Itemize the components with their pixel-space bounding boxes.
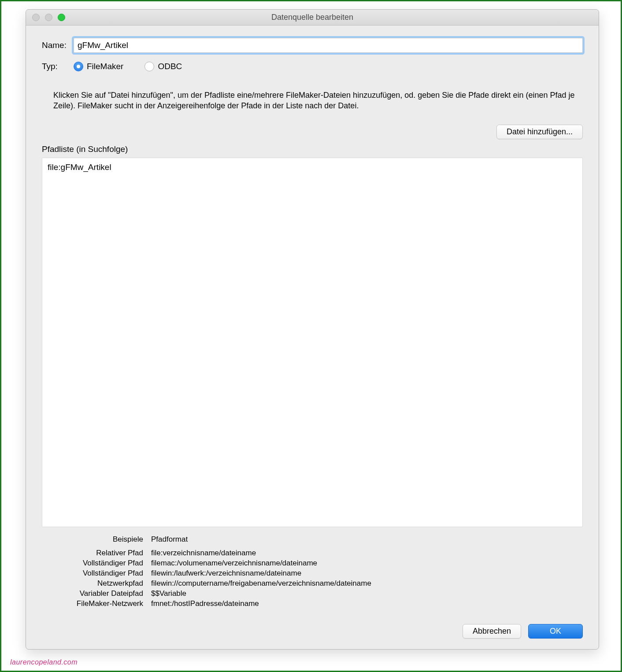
type-label: Typ: [42, 62, 74, 71]
dialog-window: Datenquelle bearbeiten Name: Typ: FileMa… [26, 9, 599, 650]
name-row: Name: [42, 38, 583, 53]
close-icon[interactable] [32, 14, 40, 21]
zoom-icon[interactable] [58, 14, 65, 21]
name-label: Name: [42, 41, 74, 50]
example-label: Vollständiger Pfad [42, 569, 143, 578]
pathlist-content: file:gFMw_Artikel [48, 162, 111, 172]
radio-filemaker[interactable]: FileMaker [74, 62, 123, 71]
example-label: FileMaker-Netzwerk [42, 599, 143, 608]
example-value: filemac:/volumename/verzeichnisname/date… [151, 559, 583, 568]
example-label: Vollständiger Pfad [42, 559, 143, 568]
examples-header-right: Pfadformat [151, 535, 583, 544]
example-label: Relativer Pfad [42, 549, 143, 558]
name-input[interactable] [74, 38, 583, 53]
example-label: Netzwerkpfad [42, 579, 143, 588]
help-text: Klicken Sie auf "Datei hinzufügen", um d… [53, 90, 583, 111]
radio-dot-icon [144, 62, 154, 71]
examples-header-left: Beispiele [42, 535, 143, 544]
example-value: fmnet:/hostIPadresse/dateiname [151, 599, 583, 608]
minimize-icon[interactable] [45, 14, 52, 21]
pathlist-label: Pfadliste (in Suchfolge) [42, 144, 583, 154]
pathlist-input[interactable]: file:gFMw_Artikel [42, 158, 583, 527]
footer-buttons: Abbrechen OK [42, 624, 583, 639]
titlebar[interactable]: Datenquelle bearbeiten [26, 10, 599, 26]
window-title: Datenquelle bearbeiten [26, 13, 599, 22]
add-file-row: Datei hinzufügen... [42, 125, 583, 139]
radio-odbc-label: ODBC [158, 62, 182, 71]
radio-filemaker-label: FileMaker [87, 62, 123, 71]
add-file-button[interactable]: Datei hinzufügen... [496, 125, 583, 139]
radio-dot-icon [74, 62, 83, 71]
examples-grid: Beispiele Pfadformat Relativer Pfad file… [42, 535, 583, 608]
example-value: filewin://computername/freigabename/verz… [151, 579, 583, 588]
example-label: Variabler Dateipfad [42, 589, 143, 598]
ok-button[interactable]: OK [528, 624, 583, 639]
traffic-lights [26, 14, 65, 21]
type-radios: FileMaker ODBC [74, 62, 182, 71]
watermark-text: laurencopeland.com [10, 658, 78, 666]
type-row: Typ: FileMaker ODBC [42, 62, 583, 71]
cancel-button[interactable]: Abbrechen [463, 624, 521, 639]
example-value: filewin:/laufwerk:/verzeichnisname/datei… [151, 569, 583, 578]
radio-odbc[interactable]: ODBC [144, 62, 182, 71]
example-value: $$Variable [151, 589, 583, 598]
example-value: file:verzeichnisname/dateiname [151, 549, 583, 558]
content-area: Name: Typ: FileMaker ODBC Klicken Sie au… [26, 26, 599, 649]
